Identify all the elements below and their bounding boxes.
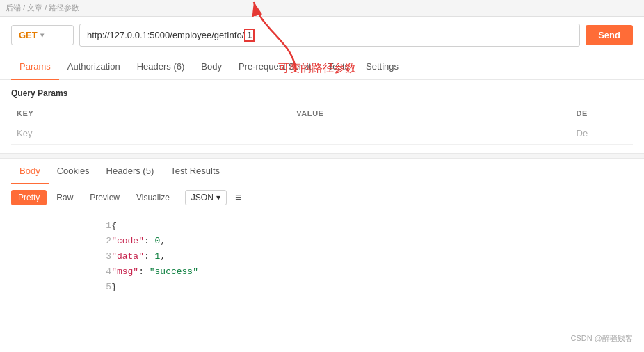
divider — [0, 153, 644, 159]
tab-params[interactable]: Params — [11, 54, 59, 80]
line-number: 1 — [11, 218, 111, 234]
format-tab-visualize[interactable]: Visualize — [129, 190, 177, 205]
code-line: { — [111, 218, 633, 234]
table-row: Key De — [11, 122, 633, 145]
params-table: KEY VALUE DE Key De — [11, 105, 633, 145]
code-line: "msg": "success" — [111, 264, 633, 280]
col-value-header: VALUE — [291, 105, 570, 122]
chevron-down-icon: ▾ — [40, 31, 44, 39]
top-bar: 后端 / 文章 / 路径参数 — [0, 0, 644, 17]
send-button[interactable]: Send — [586, 25, 633, 45]
query-params-title: Query Params — [11, 88, 633, 98]
line-number: 2 — [11, 234, 111, 249]
format-tab-pretty[interactable]: Pretty — [11, 190, 47, 205]
response-tab-headers[interactable]: Headers (5) — [98, 159, 163, 184]
response-tab-cookies[interactable]: Cookies — [49, 159, 98, 184]
tab-authorization[interactable]: Authorization — [59, 54, 129, 80]
line-number: 4 — [11, 264, 111, 280]
line-number: 3 — [11, 249, 111, 264]
json-dropdown-arrow: ▾ — [216, 193, 220, 202]
param-value-cell[interactable] — [291, 122, 570, 145]
code-line: } — [111, 280, 633, 295]
response-body: 1{2 "code": 0,3 "data": 1,4 "msg": "succ… — [0, 211, 644, 302]
json-format-label: JSON — [191, 193, 214, 202]
format-tab-raw[interactable]: Raw — [49, 190, 80, 205]
tab-headers[interactable]: Headers (6) — [129, 54, 193, 80]
breadcrumb: 后端 / 文章 / 路径参数 — [6, 3, 79, 12]
format-tabs-row: Pretty Raw Preview Visualize JSON ▾ ≡ — [0, 184, 644, 211]
response-tab-body[interactable]: Body — [11, 159, 49, 184]
code-line: "code": 0, — [111, 234, 633, 249]
format-tab-preview[interactable]: Preview — [83, 190, 127, 205]
annotation-text: 可变的路径参数 — [278, 61, 356, 76]
param-desc-cell[interactable]: De — [571, 122, 633, 145]
url-input[interactable]: http://127.0.0.1:5000/employee/getInfo/1 — [79, 24, 580, 47]
col-key-header: KEY — [11, 105, 291, 122]
response-section: Body Cookies Headers (5) Test Results Pr… — [0, 159, 644, 302]
line-number: 5 — [11, 280, 111, 295]
method-select[interactable]: GET ▾ — [11, 25, 74, 45]
wrap-icon[interactable]: ≡ — [235, 191, 241, 204]
col-desc-header: DE — [571, 105, 633, 122]
method-label: GET — [19, 30, 38, 40]
param-key-cell[interactable]: Key — [11, 122, 291, 145]
code-line: "data": 1, — [111, 249, 633, 264]
code-table: 1{2 "code": 0,3 "data": 1,4 "msg": "succ… — [11, 218, 633, 295]
tab-settings[interactable]: Settings — [357, 54, 407, 80]
response-tab-test-results[interactable]: Test Results — [162, 159, 228, 184]
url-prefix: http://127.0.0.1:5000/employee/getInfo/ — [87, 30, 244, 40]
response-tabs-row: Body Cookies Headers (5) Test Results — [0, 159, 644, 184]
query-params-section: Query Params KEY VALUE DE Key De — [0, 80, 644, 153]
request-bar: GET ▾ http://127.0.0.1:5000/employee/get… — [0, 17, 644, 54]
tab-body[interactable]: Body — [193, 54, 230, 80]
json-format-dropdown[interactable]: JSON ▾ — [185, 190, 227, 205]
